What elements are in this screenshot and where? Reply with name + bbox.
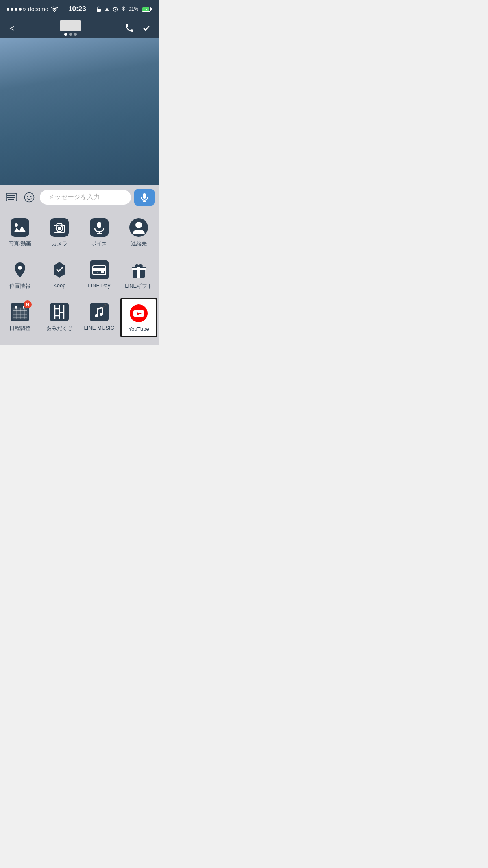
svg-point-53: [137, 265, 140, 267]
schedule-label: 日程調整: [9, 325, 30, 332]
text-cursor: [46, 194, 46, 201]
linegift-label: LINEギフト: [125, 282, 152, 290]
nav-dot-1: [64, 33, 67, 36]
person-icon: [129, 218, 148, 237]
battery-percent: 91%: [129, 6, 138, 12]
keyboard-button[interactable]: [4, 190, 19, 205]
call-button[interactable]: [124, 23, 134, 33]
schedule-icon-wrap: N: [10, 302, 30, 322]
battery-icon: [142, 7, 152, 12]
app-camera[interactable]: カメラ: [41, 213, 78, 251]
check-button[interactable]: [142, 23, 151, 33]
dot-1: [7, 8, 9, 11]
photo-icon: [11, 218, 29, 237]
svg-line-4: [115, 9, 116, 10]
dot-4: [19, 8, 22, 11]
svg-rect-33: [97, 222, 101, 228]
photos-icon-wrap: [10, 217, 30, 238]
linegift-icon-wrap: [129, 260, 149, 280]
svg-rect-62: [15, 306, 17, 309]
app-linemusic[interactable]: ↗ LINE MUSIC: [81, 298, 118, 337]
amida-icon-wrap: [49, 302, 70, 322]
keep-icon-wrap: [49, 260, 70, 280]
svg-marker-1: [105, 7, 109, 11]
app-youtube[interactable]: YouTube: [120, 298, 157, 337]
app-row-3: N 日程調整 あみだくじ: [0, 298, 159, 337]
nav-dot-2: [69, 33, 72, 36]
camera-icon: [50, 218, 69, 237]
mic-icon: [90, 218, 109, 237]
svg-point-21: [25, 192, 34, 202]
app-amida[interactable]: あみだくじ: [41, 298, 78, 337]
svg-rect-55: [13, 308, 27, 319]
app-linegift[interactable]: LINEギフト: [120, 256, 157, 294]
svg-text:P: P: [96, 271, 98, 274]
svg-rect-24: [143, 193, 146, 199]
svg-line-5: [113, 7, 114, 8]
linepay-icon: P: [90, 260, 109, 279]
svg-rect-27: [11, 218, 29, 237]
nav-center: [60, 20, 81, 36]
voice-label: ボイス: [91, 240, 107, 247]
bluetooth-icon: [121, 6, 125, 12]
youtube-label: YouTube: [129, 326, 149, 332]
dot-2: [11, 8, 13, 11]
svg-rect-18: [11, 197, 13, 198]
app-row-1: 写真/動画 カメラ: [0, 213, 159, 251]
status-bar: docomo 10:23 91%: [0, 0, 159, 18]
status-left: docomo: [7, 6, 58, 12]
schedule-badge: N: [24, 300, 32, 308]
dot-5: [23, 8, 26, 11]
status-time: 10:23: [68, 5, 86, 13]
app-schedule[interactable]: N 日程調整: [2, 298, 38, 337]
svg-rect-16: [7, 197, 9, 198]
app-linepay[interactable]: P LINE Pay: [81, 256, 118, 294]
svg-rect-9: [151, 8, 152, 10]
nav-bar: ＜: [0, 18, 159, 38]
dot-3: [15, 8, 17, 11]
contact-label: 連絡先: [131, 240, 147, 247]
linepay-icon-wrap: P: [89, 260, 109, 280]
svg-rect-19: [13, 197, 15, 198]
svg-rect-14: [11, 195, 13, 196]
app-contact[interactable]: 連絡先: [120, 213, 157, 251]
location-label: 位置情報: [9, 282, 30, 290]
svg-rect-43: [93, 268, 106, 271]
svg-rect-20: [8, 199, 14, 200]
svg-rect-13: [9, 195, 11, 196]
svg-rect-44: [101, 271, 104, 273]
app-photos[interactable]: 写真/動画: [2, 213, 38, 251]
alarm-icon: [113, 6, 118, 12]
status-right: 91%: [96, 6, 152, 12]
app-location[interactable]: 位置情報: [2, 256, 38, 294]
photos-label: 写真/動画: [9, 240, 31, 247]
voice-icon-wrap: [89, 217, 109, 238]
gift-icon: [129, 260, 148, 279]
app-voice[interactable]: ボイス: [81, 213, 118, 251]
svg-rect-12: [7, 195, 9, 196]
message-input[interactable]: メッセージを入力: [40, 190, 131, 205]
linemusic-icon-wrap: ↗: [89, 302, 109, 322]
app-keep[interactable]: Keep: [41, 256, 78, 294]
svg-rect-50: [132, 268, 146, 270]
input-bar: メッセージを入力: [0, 185, 159, 209]
emoji-button[interactable]: [22, 190, 37, 205]
keep-icon: [50, 260, 69, 279]
svg-point-39: [18, 266, 22, 270]
location-arrow-icon: [105, 7, 109, 12]
contact-icon-wrap: [129, 217, 149, 238]
svg-point-37: [135, 222, 142, 228]
signal-dots: [7, 8, 26, 11]
lock-icon: [96, 6, 101, 12]
back-button[interactable]: ＜: [7, 22, 16, 34]
chat-area: [0, 38, 159, 185]
voice-input-button[interactable]: [134, 189, 155, 206]
youtube-icon: [129, 304, 148, 323]
input-placeholder: メッセージを入力: [48, 193, 100, 201]
camera-label: カメラ: [52, 240, 68, 247]
svg-point-22: [27, 196, 28, 197]
svg-point-28: [15, 223, 18, 227]
nav-page-dots: [64, 33, 77, 36]
app-row-2: 位置情報 Keep P LINE P: [0, 256, 159, 294]
wifi-icon: [51, 6, 58, 12]
